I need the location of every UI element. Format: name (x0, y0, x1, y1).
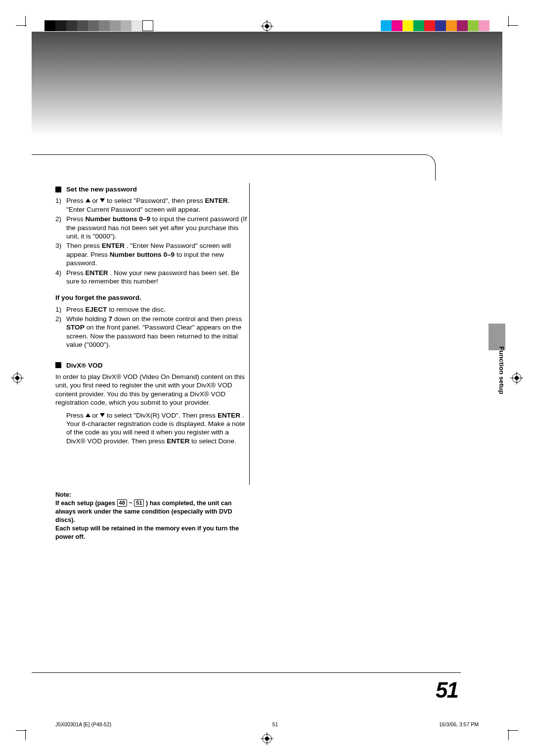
swatch (424, 20, 435, 31)
list-item: Press ENTER . Now your new password has … (66, 269, 248, 286)
grayscale-swatches (44, 20, 153, 31)
swatch (44, 20, 55, 31)
swatch (132, 20, 142, 31)
registration-mark-icon (510, 372, 523, 384)
swatch (110, 20, 121, 31)
swatch (435, 20, 446, 31)
note-block: Note: If each setup (pages 48 ~ 51 ) has… (55, 491, 251, 541)
square-bullet-icon (55, 187, 61, 192)
color-swatches (381, 20, 490, 31)
forget-password-steps: Press EJECT to remove the disc. While ho… (55, 305, 248, 349)
section-title-text: Set the new password (66, 185, 137, 193)
swatch (88, 20, 99, 31)
side-chapter-label: Function setup (498, 346, 505, 394)
list-item: Press EJECT to remove the disc. (66, 305, 248, 314)
set-password-steps: Press or to select "Password", then pres… (55, 196, 248, 285)
swatch (121, 20, 132, 31)
section-divx: DivX® VOD (55, 361, 248, 370)
swatch (479, 20, 490, 31)
column-divider (249, 183, 250, 485)
footer-doc-id: J5X00301A [E] (P48-52) (55, 721, 111, 727)
page-ref-box: 51 (134, 499, 144, 507)
arrow-up-icon (86, 413, 90, 417)
divx-paragraph-1: In order to play DivX® VOD (Video On Dem… (55, 373, 248, 407)
body-text: Set the new password Press or to select … (55, 183, 248, 449)
swatch (413, 20, 424, 31)
footer-page: 51 (272, 721, 278, 727)
footer-timestamp: 16/3/06, 3:57 PM (439, 721, 479, 727)
swatch (66, 20, 77, 31)
swatch (457, 20, 468, 31)
arrow-down-icon (100, 198, 105, 202)
section-forget-password-title: If you forget the password. (55, 293, 248, 302)
registration-mark-icon (11, 372, 24, 384)
list-item: While holding 7 down on the remote contr… (66, 315, 248, 349)
chapter-title-box (32, 154, 436, 181)
swatch (55, 20, 66, 31)
list-item: Press or to select "Password", then pres… (66, 196, 248, 214)
swatch (446, 20, 457, 31)
arrow-up-icon (86, 198, 90, 202)
square-bullet-icon (55, 362, 61, 368)
swatch (142, 20, 153, 31)
section-title-text: DivX® VOD (66, 361, 102, 370)
swatch (468, 20, 479, 31)
swatch (99, 20, 110, 31)
list-item: Then press ENTER . "Enter New Password" … (66, 241, 248, 267)
page-ref-box: 48 (117, 499, 127, 507)
swatch (77, 20, 88, 31)
page-bottom-rule (32, 672, 461, 673)
registration-mark-icon (261, 732, 273, 745)
divx-paragraph-2: Press or to select "DivX(R) VOD". Then p… (66, 411, 246, 446)
note-line: Each setup will be retained in the memor… (55, 524, 251, 541)
footer: J5X00301A [E] (P48-52) 51 16/3/06, 3:57 … (55, 721, 479, 727)
note-line: If each setup (pages 48 ~ 51 ) has compl… (55, 499, 251, 524)
registration-mark-icon (261, 20, 273, 33)
swatch (392, 20, 402, 31)
swatch (381, 20, 392, 31)
swatch (402, 20, 413, 31)
arrow-down-icon (100, 413, 105, 417)
page: Set the new password Press or to select … (32, 32, 502, 724)
page-number: 51 (436, 678, 458, 703)
list-item: Press Number buttons 0–9 to input the cu… (66, 215, 248, 240)
section-set-password: Set the new password (55, 185, 248, 193)
